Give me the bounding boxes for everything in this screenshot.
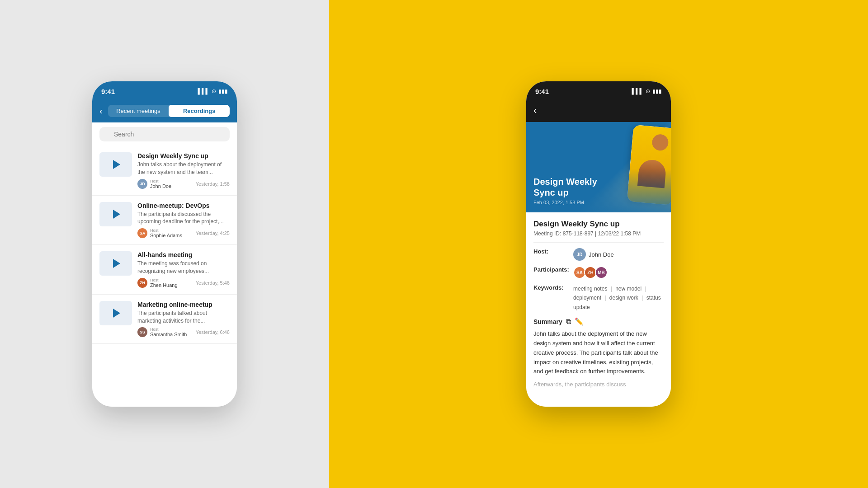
rec-time-4: Yesterday, 6:46 [196, 329, 230, 335]
wifi-icon-right: ⊙ [646, 88, 650, 94]
rec-title-2: Online-meetup: DevOps [137, 202, 230, 209]
play-icon-2 [113, 210, 120, 219]
detail-header-date: Feb 03, 2022, 1:58 PM [533, 200, 664, 205]
detail-header-overlay: Design WeeklySync up Feb 03, 2022, 1:58 … [526, 169, 671, 212]
recording-item[interactable]: Marketing online-meetup The participants… [92, 295, 237, 344]
host-label: Host: [533, 248, 570, 255]
copy-icon[interactable]: ⧉ [566, 318, 571, 326]
host-name-3: Zhen Huang [150, 282, 178, 288]
avatar-3: ZH [137, 278, 147, 288]
status-time-left: 9:41 [101, 88, 115, 95]
play-icon-1 [113, 160, 120, 169]
host-label-3: Host [150, 278, 178, 282]
tab-recordings[interactable]: Recordings [169, 105, 230, 117]
rec-desc-3: The meeting was focused on recognizing n… [137, 260, 230, 275]
rec-desc-1: John talks about the deployment of the n… [137, 161, 230, 176]
rec-desc-2: The participants discussed the upcoming … [137, 211, 230, 226]
host-name-1: John Doe [150, 183, 171, 189]
recording-item[interactable]: Design Weekly Sync up John talks about t… [92, 146, 237, 196]
summary-label: Summary [533, 318, 562, 325]
rec-title-3: All-hands meeting [137, 251, 230, 258]
thumbnail-1 [99, 152, 132, 177]
participants-value: SA ZH MB [573, 266, 664, 279]
participants-row: Participants: SA ZH MB [533, 266, 664, 279]
right-panel: 9:41 ▌▌▌ ⊙ ▮▮▮ ‹ Desig [329, 0, 868, 488]
thumbnail-4 [99, 301, 132, 325]
summary-fade: Afterwards, the participants discuss [533, 380, 664, 389]
avatar-2: SA [137, 228, 147, 238]
recording-list: Design Weekly Sync up John talks about t… [92, 146, 237, 407]
search-input[interactable] [99, 127, 230, 141]
status-bar-right: 9:41 ▌▌▌ ⊙ ▮▮▮ [526, 81, 671, 101]
rec-info-4: Marketing online-meetup The participants… [137, 301, 230, 338]
rec-meta-1: JD Host John Doe Yesterday, 1:58 [137, 179, 230, 189]
host-avatar: JD [573, 248, 586, 261]
rec-time-3: Yesterday, 5:46 [196, 280, 230, 286]
host-label-4: Host [150, 327, 187, 332]
rec-title-1: Design Weekly Sync up [137, 152, 230, 160]
host-label-1: Host [150, 179, 171, 183]
battery-icon-right: ▮▮▮ [652, 88, 662, 94]
phone-left: 9:41 ▌▌▌ ⊙ ▮▮▮ ‹ Recent meetings Recordi… [92, 81, 237, 407]
host-info-3: Host Zhen Huang [150, 278, 178, 288]
host-name-detail: John Doe [589, 251, 614, 258]
signal-icon: ▌▌▌ [198, 88, 209, 94]
search-bar: 🔍 [92, 122, 237, 146]
host-info-1: Host John Doe [150, 179, 171, 189]
tab-group: Recent meetings Recordings [108, 105, 230, 117]
detail-body: Design Weekly Sync up Meeting ID: 875-11… [526, 212, 671, 407]
recording-item[interactable]: Online-meetup: DevOps The participants d… [92, 196, 237, 245]
signal-icon-right: ▌▌▌ [632, 88, 643, 94]
edit-icon[interactable]: ✏️ [575, 317, 584, 326]
host-row: Host: JD John Doe [533, 248, 664, 261]
nav-bar-left: ‹ Recent meetings Recordings [92, 101, 237, 122]
phone-right: 9:41 ▌▌▌ ⊙ ▮▮▮ ‹ Desig [526, 81, 671, 407]
detail-meeting-id: Meeting ID: 875-118-897 | 12/03/22 1:58 … [533, 230, 664, 243]
rec-time-2: Yesterday, 4:25 [196, 230, 230, 236]
host-info-2: Host Sophie Adams [150, 228, 182, 238]
tab-recent-meetings[interactable]: Recent meetings [108, 105, 169, 117]
status-time-right: 9:41 [535, 88, 549, 95]
battery-icon: ▮▮▮ [218, 88, 228, 94]
wifi-icon: ⊙ [212, 88, 216, 94]
rec-info-3: All-hands meeting The meeting was focuse… [137, 251, 230, 288]
rec-meta-4: SS Host Samantha Smith Yesterday, 6:46 [137, 327, 230, 337]
keywords-label: Keywords: [533, 284, 570, 291]
host-value: JD John Doe [573, 248, 664, 261]
status-icons-right: ▌▌▌ ⊙ ▮▮▮ [632, 88, 662, 94]
rec-info-2: Online-meetup: DevOps The participants d… [137, 202, 230, 239]
left-panel: 9:41 ▌▌▌ ⊙ ▮▮▮ ‹ Recent meetings Recordi… [0, 0, 329, 488]
rec-meta-2: SA Host Sophie Adams Yesterday, 4:25 [137, 228, 230, 238]
rec-info-1: Design Weekly Sync up John talks about t… [137, 152, 230, 189]
summary-header: Summary ⧉ ✏️ [533, 317, 664, 326]
detail-header: Design WeeklySync up Feb 03, 2022, 1:58 … [526, 122, 671, 212]
play-icon-4 [113, 309, 120, 318]
search-wrapper: 🔍 [99, 127, 230, 141]
nav-bar-right: ‹ [526, 101, 671, 122]
thumbnail-2 [99, 202, 132, 226]
participant-avatar-3: MB [595, 266, 608, 279]
rec-time-1: Yesterday, 1:58 [196, 181, 230, 187]
status-icons-left: ▌▌▌ ⊙ ▮▮▮ [198, 88, 228, 94]
status-bar-left: 9:41 ▌▌▌ ⊙ ▮▮▮ [92, 81, 237, 101]
summary-text: John talks about the deployment of the n… [533, 329, 664, 376]
rec-meta-3: ZH Host Zhen Huang Yesterday, 5:46 [137, 278, 230, 288]
keywords-value: meeting notes | new model | deployment |… [573, 284, 664, 312]
host-label-2: Host [150, 228, 182, 233]
play-icon-3 [113, 259, 120, 268]
avatar-1: JD [137, 179, 147, 189]
keywords-row: Keywords: meeting notes | new model | de… [533, 284, 664, 312]
thumbnail-3 [99, 251, 132, 276]
host-name-2: Sophie Adams [150, 233, 182, 238]
participants-label: Participants: [533, 266, 570, 273]
participants-avatars: SA ZH MB [573, 266, 608, 279]
rec-title-4: Marketing online-meetup [137, 301, 230, 308]
back-button-right[interactable]: ‹ [533, 105, 537, 117]
recording-item[interactable]: All-hands meeting The meeting was focuse… [92, 245, 237, 295]
detail-meeting-title: Design Weekly Sync up [533, 220, 664, 229]
avatar-4: SS [137, 327, 147, 337]
detail-header-title: Design WeeklySync up [533, 176, 664, 198]
host-info-4: Host Samantha Smith [150, 327, 187, 337]
back-button-left[interactable]: ‹ [99, 106, 103, 116]
host-name-4: Samantha Smith [150, 332, 187, 337]
